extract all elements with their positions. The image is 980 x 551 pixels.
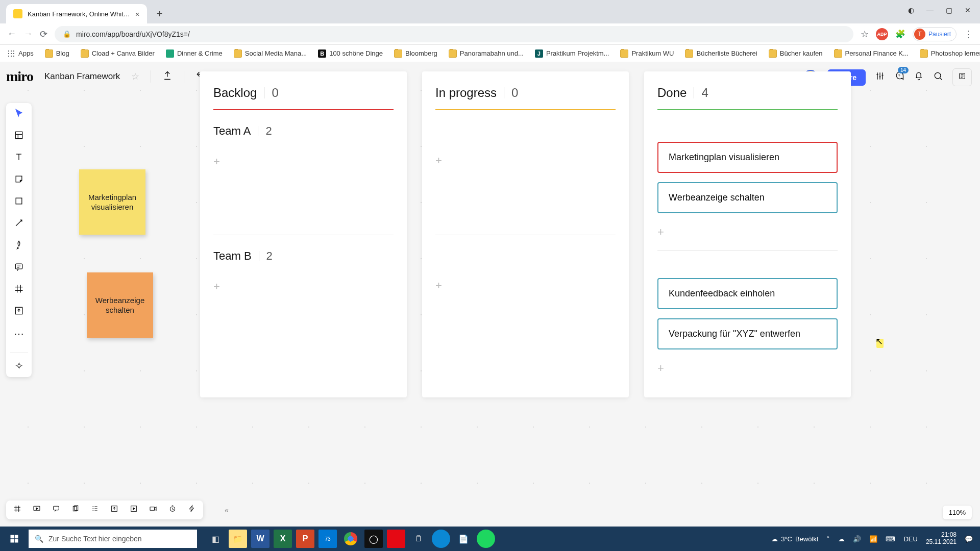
select-tool-icon[interactable] bbox=[6, 108, 32, 121]
shape-tool-icon[interactable] bbox=[6, 196, 32, 209]
close-window-icon[interactable]: ✕ bbox=[965, 6, 971, 14]
edge-icon[interactable] bbox=[432, 530, 450, 548]
task-view-icon[interactable]: ◧ bbox=[206, 530, 225, 548]
export-icon[interactable] bbox=[162, 70, 173, 83]
search-icon[interactable] bbox=[933, 71, 943, 84]
embed-panel-icon[interactable] bbox=[130, 505, 138, 515]
miro-logo[interactable]: miro bbox=[6, 68, 33, 85]
spotify-icon[interactable] bbox=[477, 530, 495, 548]
action-center-icon[interactable]: 💬 bbox=[965, 535, 973, 543]
collapse-toolbar-icon[interactable]: « bbox=[225, 506, 229, 514]
tray-overflow-icon[interactable]: ˄ bbox=[826, 535, 830, 543]
wifi-icon[interactable]: 📶 bbox=[869, 535, 877, 543]
more-tools-icon[interactable]: ⋯ bbox=[6, 328, 32, 340]
settings-icon[interactable] bbox=[875, 71, 885, 84]
onedrive-icon[interactable]: ☁ bbox=[838, 535, 845, 543]
weather-widget[interactable]: ☁ 3°C Bewölkt bbox=[771, 535, 818, 543]
bookmark-item[interactable]: Praktikum WU bbox=[620, 49, 674, 58]
bookmark-item[interactable]: Personal Finance K... bbox=[834, 49, 909, 58]
comment-tool-icon[interactable] bbox=[6, 262, 32, 274]
bookmark-item[interactable]: Bücher kaufen bbox=[769, 49, 823, 58]
comments-icon[interactable]: ? 14 bbox=[894, 71, 904, 84]
sticky-note-yellow[interactable]: Marketingplan visualisieren bbox=[79, 169, 145, 235]
bookmark-item[interactable]: Bloomberg bbox=[394, 49, 437, 58]
browser-tab[interactable]: Kanban Framework, Online Whit… × bbox=[6, 4, 147, 23]
app-icon[interactable] bbox=[387, 530, 405, 548]
miro-canvas[interactable]: miro Kanban Framework ☆ ✦ T Share ? 14 bbox=[0, 62, 980, 527]
bookmark-item[interactable]: Bücherliste Bücherei bbox=[685, 49, 757, 58]
record-panel-icon[interactable] bbox=[149, 505, 157, 515]
kanban-card[interactable]: Werbeanzeige schalten bbox=[657, 182, 838, 213]
app-icon[interactable]: 🗒 bbox=[409, 530, 428, 548]
bookmark-star-icon[interactable]: ☆ bbox=[861, 29, 869, 40]
export-panel-icon[interactable] bbox=[110, 505, 118, 515]
language-indicator[interactable]: DEU bbox=[903, 535, 917, 543]
add-card-icon[interactable]: + bbox=[435, 279, 442, 292]
bookmark-item[interactable]: Blog bbox=[45, 49, 69, 58]
bookmark-item[interactable]: Dinner & Crime bbox=[166, 49, 223, 58]
keyboard-icon[interactable]: ⌨ bbox=[886, 535, 895, 543]
present-icon[interactable] bbox=[33, 505, 41, 515]
bookmark-item[interactable]: Panoramabahn und... bbox=[449, 49, 524, 58]
excel-icon[interactable]: X bbox=[274, 530, 292, 548]
reload-icon[interactable]: ⟳ bbox=[40, 29, 47, 40]
explorer-icon[interactable]: 📁 bbox=[229, 530, 247, 548]
obs-icon[interactable]: ◯ bbox=[364, 530, 383, 548]
comments-panel-icon[interactable] bbox=[52, 505, 60, 515]
add-card-icon[interactable]: + bbox=[213, 155, 220, 168]
extensions-icon[interactable]: 🧩 bbox=[895, 29, 905, 39]
add-card-icon[interactable]: + bbox=[657, 226, 664, 239]
kanban-column-done[interactable]: Done 4 Marketingplan visualisieren Werbe… bbox=[644, 71, 851, 397]
activity-panel-icon[interactable] bbox=[952, 68, 972, 86]
cards-panel-icon[interactable] bbox=[71, 505, 80, 515]
zoom-control[interactable]: 110% bbox=[943, 506, 972, 519]
word-icon[interactable]: W bbox=[251, 530, 270, 548]
sticky-tool-icon[interactable] bbox=[6, 174, 32, 187]
pen-tool-icon[interactable] bbox=[6, 240, 32, 253]
tab-close-icon[interactable]: × bbox=[135, 10, 140, 18]
apps-button[interactable]: Apps bbox=[7, 49, 34, 58]
start-button[interactable] bbox=[0, 527, 29, 551]
list-panel-icon[interactable] bbox=[91, 505, 99, 515]
incognito-icon[interactable]: ◐ bbox=[908, 6, 914, 14]
bolt-panel-icon[interactable] bbox=[188, 505, 196, 515]
line-tool-icon[interactable] bbox=[6, 218, 32, 231]
clock[interactable]: 21:08 25.11.2021 bbox=[926, 532, 957, 546]
notepad-icon[interactable]: 📄 bbox=[454, 530, 473, 548]
bookmark-item[interactable]: Photoshop lernen bbox=[920, 49, 980, 58]
templates-tool-icon[interactable] bbox=[6, 130, 32, 143]
text-tool-icon[interactable] bbox=[6, 152, 32, 165]
kanban-card[interactable]: Kundenfeedback einholen bbox=[657, 278, 838, 309]
timer-panel-icon[interactable] bbox=[168, 505, 177, 515]
bookmark-item[interactable]: Social Media Mana... bbox=[234, 49, 307, 58]
taskbar-search[interactable]: 🔍 Zur Suche Text hier eingeben bbox=[29, 530, 197, 548]
kanban-card[interactable]: Verpackung für "XYZ" entwerfen bbox=[657, 318, 838, 349]
bookmark-item[interactable]: B100 schöne Dinge bbox=[318, 49, 383, 58]
frames-panel-icon[interactable] bbox=[13, 505, 21, 515]
add-card-icon[interactable]: + bbox=[213, 280, 220, 293]
kanban-card[interactable]: Marketingplan visualisieren bbox=[657, 142, 838, 173]
add-card-icon[interactable]: + bbox=[657, 362, 664, 375]
back-icon[interactable]: ← bbox=[7, 29, 16, 39]
notifications-icon[interactable] bbox=[914, 71, 924, 84]
maximize-icon[interactable]: ▢ bbox=[946, 6, 952, 14]
kanban-column-in-progress[interactable]: In progress 0 + + bbox=[422, 71, 629, 397]
minimize-icon[interactable]: — bbox=[926, 6, 934, 14]
browser-menu-icon[interactable]: ⋮ bbox=[964, 29, 973, 40]
new-tab-button[interactable]: + bbox=[152, 6, 167, 21]
profile-pill[interactable]: T Pausiert bbox=[913, 27, 957, 41]
mail-icon[interactable]: 73 bbox=[318, 530, 337, 548]
frame-tool-icon[interactable] bbox=[6, 284, 32, 296]
upload-tool-icon[interactable] bbox=[6, 306, 32, 318]
apps-spark-icon[interactable]: ✧ bbox=[10, 352, 28, 372]
bookmark-item[interactable]: JPraktikum Projektm... bbox=[535, 49, 609, 58]
bookmark-item[interactable]: Cload + Canva Bilder bbox=[81, 49, 155, 58]
star-board-icon[interactable]: ☆ bbox=[131, 71, 139, 82]
sticky-note-orange[interactable]: Werbeanzeige schalten bbox=[87, 272, 153, 338]
powerpoint-icon[interactable]: P bbox=[296, 530, 314, 548]
abp-extension-icon[interactable]: ABP bbox=[876, 28, 888, 40]
kanban-column-backlog[interactable]: Backlog 0 Team A 2 + Team B 2 bbox=[200, 71, 407, 397]
volume-icon[interactable]: 🔊 bbox=[853, 535, 861, 543]
add-card-icon[interactable]: + bbox=[435, 154, 442, 167]
url-field[interactable]: 🔒 miro.com/app/board/uXjVOf8yZ1s=/ bbox=[55, 26, 853, 42]
